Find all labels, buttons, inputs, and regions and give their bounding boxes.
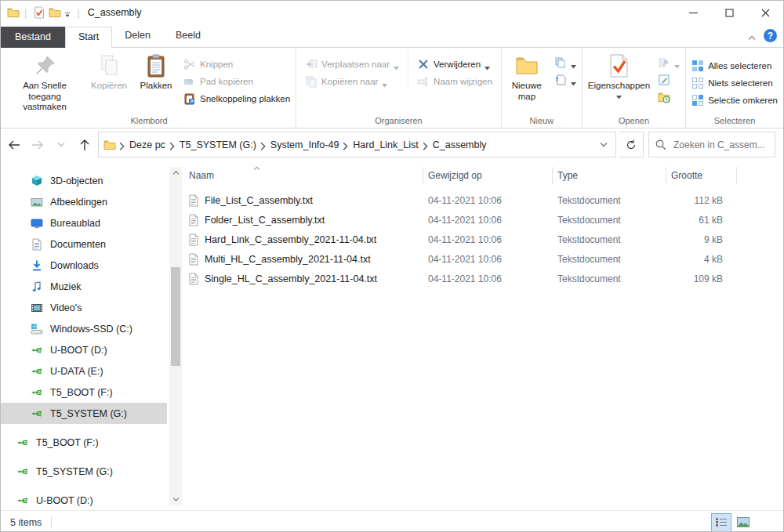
- column-header-type[interactable]: Type: [553, 167, 666, 184]
- file-row[interactable]: File_List_C_assembly.txt 04-11-2021 10:0…: [184, 190, 783, 210]
- file-row[interactable]: Hard_Link_C_assembly_2021-11-04.txt 04-1…: [184, 230, 783, 249]
- cut-button[interactable]: Knippen: [180, 56, 294, 73]
- sidebar-item-t5-system-g-root[interactable]: T5_SYSTEM (G:): [1, 461, 167, 482]
- move-to-button[interactable]: Verplaatsen naar: [301, 56, 403, 73]
- paste-shortcut-button[interactable]: Snelkoppeling plakken: [180, 90, 294, 107]
- copy-to-button[interactable]: Kopiëren naar: [301, 73, 403, 90]
- videos-icon: [31, 302, 43, 314]
- tab-start[interactable]: Start: [65, 27, 112, 48]
- sidebar-item-label: Windows-SSD (C:): [50, 324, 132, 335]
- paste-button[interactable]: Plakken: [132, 49, 180, 93]
- file-name[interactable]: Single_HL_C_assembly_2021-11-04.txt: [205, 273, 423, 284]
- sort-ascending-icon: [253, 162, 260, 173]
- copy-path-button[interactable]: \... Pad kopiëren: [180, 73, 294, 90]
- sidebar-item-label: T5_BOOT (F:): [36, 437, 99, 448]
- select-all-button[interactable]: Alles selecteren: [688, 57, 782, 74]
- qat-separator: |: [24, 7, 27, 19]
- new-item-button[interactable]: [550, 54, 580, 71]
- help-icon[interactable]: ?: [764, 29, 777, 42]
- window-title: C_assembly: [88, 7, 142, 18]
- edit-button[interactable]: [654, 71, 684, 89]
- invert-selection-label: Selectie omkeren: [708, 96, 778, 105]
- pin-to-quick-access-button[interactable]: Aan Snelle toegang vastmaken: [4, 49, 85, 114]
- rename-button[interactable]: Naam wijzigen: [413, 73, 496, 90]
- invert-selection-button[interactable]: Selectie omkeren: [688, 92, 782, 109]
- forward-button[interactable]: [26, 133, 49, 157]
- sidebar-item-u-data-e[interactable]: U-DATA (E:): [1, 360, 167, 382]
- history-button[interactable]: [654, 89, 684, 106]
- file-size: 9 kB: [666, 234, 737, 245]
- file-name[interactable]: Hard_Link_C_assembly_2021-11-04.txt: [205, 234, 423, 245]
- search-box[interactable]: [648, 132, 775, 157]
- search-input[interactable]: [672, 139, 769, 151]
- file-row[interactable]: Single_HL_C_assembly_2021-11-04.txt 04-1…: [184, 269, 783, 288]
- group-label-open: Openen: [584, 115, 684, 128]
- sidebar-item-downloads[interactable]: Downloads: [1, 255, 167, 276]
- sidebar-item-u-boot-d[interactable]: U-BOOT (D:): [1, 339, 167, 360]
- scroll-up-icon[interactable]: [169, 167, 182, 179]
- sidebar-item-windows-ssd[interactable]: Windows-SSD (C:): [1, 318, 167, 339]
- clipboard-icon: [143, 53, 169, 78]
- back-button[interactable]: [2, 133, 26, 157]
- delete-button[interactable]: Verwijderen: [413, 56, 496, 73]
- recent-locations-button[interactable]: [49, 133, 73, 157]
- close-button[interactable]: [747, 1, 783, 24]
- breadcrumb-hard-link-list[interactable]: Hard_Link_List: [349, 132, 422, 157]
- sidebar-item-desktop[interactable]: Bureaublad: [1, 212, 167, 233]
- tab-file[interactable]: Bestand: [1, 27, 65, 48]
- address-bar[interactable]: Deze pc T5_SYSTEM (G:) System_Info-49 Ha…: [98, 132, 616, 157]
- select-none-button[interactable]: Niets selecteren: [688, 74, 782, 92]
- file-name[interactable]: Folder_List_C_assembly.txt: [205, 215, 423, 226]
- properties-icon: [606, 53, 631, 78]
- breadcrumb-drive[interactable]: T5_SYSTEM (G:): [176, 132, 260, 157]
- collapse-ribbon-icon[interactable]: [748, 32, 756, 40]
- breadcrumb-system-info[interactable]: System_Info-49: [267, 132, 343, 157]
- cut-label: Knippen: [200, 60, 233, 69]
- tab-share[interactable]: Delen: [112, 24, 163, 48]
- address-dropdown-button[interactable]: [592, 142, 615, 147]
- sidebar-item-u-boot-d-root[interactable]: U-BOOT (D:): [1, 490, 167, 511]
- column-header-modified[interactable]: Gewijzigd op: [423, 167, 553, 184]
- breadcrumb-this-pc[interactable]: Deze pc: [125, 132, 169, 157]
- sidebar-item-videos[interactable]: Video's: [1, 297, 167, 318]
- scrollbar-thumb[interactable]: [171, 267, 180, 366]
- sidebar-item-label: U-BOOT (D:): [50, 345, 107, 356]
- open-button[interactable]: [654, 54, 684, 71]
- sidebar-item-music[interactable]: Muziek: [1, 276, 167, 297]
- sidebar-item-pictures[interactable]: Afbeeldingen: [1, 191, 167, 212]
- column-header-name[interactable]: Naam: [184, 167, 423, 184]
- qat-new-folder-button[interactable]: [47, 5, 63, 20]
- group-label-select: Selecteren: [688, 115, 782, 128]
- new-folder-button[interactable]: Nieuwe map: [503, 49, 550, 103]
- file-name[interactable]: File_List_C_assembly.txt: [205, 195, 423, 206]
- sidebar-scrollbar[interactable]: [169, 167, 182, 505]
- maximize-button[interactable]: [711, 1, 747, 24]
- qat-properties-button[interactable]: [31, 5, 47, 20]
- properties-button[interactable]: Eigenschappen: [584, 49, 654, 97]
- large-icons-view-button[interactable]: [733, 513, 753, 532]
- minimize-button[interactable]: [675, 1, 711, 24]
- tab-view[interactable]: Beeld: [163, 24, 213, 48]
- sidebar-item-t5-system-g-selected[interactable]: T5_SYSTEM (G:): [1, 403, 167, 424]
- file-name[interactable]: Multi_HL_C_assembly_2021-11-04.txt: [205, 254, 423, 265]
- qat-customize-button[interactable]: [63, 8, 72, 17]
- text-document-icon: [187, 233, 200, 246]
- details-view-button[interactable]: [711, 513, 731, 532]
- breadcrumb-current-folder[interactable]: C_assembly: [429, 132, 491, 157]
- up-button[interactable]: [73, 133, 96, 157]
- file-modified: 04-11-2021 10:06: [423, 215, 553, 226]
- easy-access-button[interactable]: [550, 71, 580, 89]
- chevron-down-icon: [571, 78, 576, 82]
- sidebar-item-t5-boot-f[interactable]: T5_BOOT (F:): [1, 382, 167, 403]
- copy-button[interactable]: Kopiëren: [85, 49, 132, 93]
- sidebar-item-t5-boot-f-root[interactable]: T5_BOOT (F:): [1, 432, 167, 453]
- copy-icon: [96, 53, 122, 78]
- sidebar-item-documents[interactable]: Documenten: [1, 233, 167, 255]
- file-row[interactable]: Folder_List_C_assembly.txt 04-11-2021 10…: [184, 210, 783, 230]
- sidebar-item-3d-objects[interactable]: 3D-objecten: [1, 170, 167, 191]
- explorer-window-icon: [7, 6, 20, 19]
- file-row[interactable]: Multi_HL_C_assembly_2021-11-04.txt 04-11…: [184, 249, 783, 269]
- column-header-size[interactable]: Grootte: [666, 167, 737, 184]
- refresh-button[interactable]: [619, 132, 644, 157]
- scroll-down-icon[interactable]: [169, 493, 182, 505]
